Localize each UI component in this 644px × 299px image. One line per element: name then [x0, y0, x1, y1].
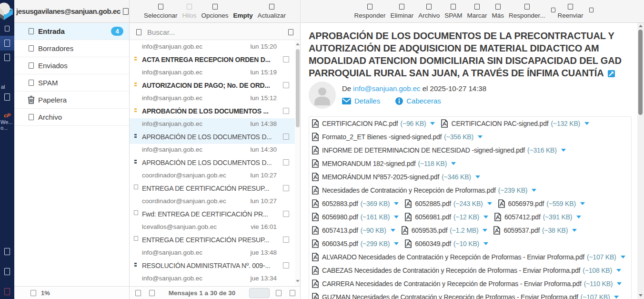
search-options-icon[interactable]	[288, 29, 293, 35]
attachment-item[interactable]: CARRERA Necesidades de Contratación y Re…	[312, 279, 622, 288]
roundcube-logo-icon[interactable]	[0, 1, 14, 20]
attachment-dropdown-icon[interactable]	[475, 175, 480, 178]
folder-item[interactable]: SPAM	[14, 74, 129, 92]
page-jump-input[interactable]	[249, 288, 270, 298]
headers-link[interactable]: Cabeceras	[395, 97, 441, 105]
attachment-dropdown-icon[interactable]	[483, 229, 487, 232]
attachment-item[interactable]: 6056980.pdf(~161 KB)	[312, 213, 399, 221]
taskbar-item-contacts[interactable]	[0, 54, 14, 61]
details-link[interactable]: Detalles	[342, 97, 380, 105]
attachment-dropdown-icon[interactable]	[572, 229, 577, 232]
account-menu[interactable]: jesusgavilanes@sanjuan.gob.ec	[14, 0, 129, 23]
list-scrollbar[interactable]	[295, 40, 300, 286]
attachment-item[interactable]: INFORME DE DETERMINACION DE NECESIDAD -s…	[312, 146, 566, 155]
mail-toolbar-button[interactable]: Eliminar	[390, 0, 413, 20]
list-toolbar-button[interactable]: Hilos	[182, 0, 196, 20]
attachment-dropdown-icon[interactable]	[621, 256, 625, 258]
taskbar-item-compose[interactable]	[0, 26, 14, 31]
message-row[interactable]: info@sanjuan.gob.ec jue 13:48 RESOLUCIÓN…	[130, 247, 295, 273]
message-row[interactable]: info@sanjuan.gob.ec jue 13:34	[130, 273, 295, 286]
toolbar-dropdown-icon[interactable]	[589, 8, 594, 12]
mail-scrollbar[interactable]	[637, 23, 644, 299]
message-checkbox[interactable]	[283, 134, 289, 140]
last-page-icon[interactable]	[290, 290, 295, 296]
taskbar-item-help[interactable]	[0, 248, 14, 255]
message-checkbox[interactable]	[283, 185, 289, 191]
attachment-item[interactable]: 6057412.pdf(~391 KB)	[494, 213, 581, 221]
list-toolbar-button[interactable]: Actualizar	[258, 0, 286, 20]
message-checkbox[interactable]	[283, 211, 289, 217]
attachment-dropdown-icon[interactable]	[616, 269, 621, 272]
scroll-down-arrow[interactable]	[296, 280, 300, 282]
attachment-dropdown-icon[interactable]	[451, 162, 456, 165]
attachment-dropdown-icon[interactable]	[532, 189, 536, 192]
folder-item[interactable]: Enviados	[14, 57, 129, 74]
mail-toolbar-button[interactable]: Reenviar	[558, 0, 584, 20]
list-toolbar-button[interactable]: Seleccionar	[144, 0, 178, 20]
message-checkbox[interactable]	[283, 159, 289, 165]
folder-item[interactable]: Entrada 4	[14, 23, 129, 40]
list-scrollbar-thumb[interactable]	[296, 49, 300, 127]
attachment-item[interactable]: 6060349.pdf(~10 KB)	[405, 239, 488, 248]
message-row[interactable]: info@sanjuan.gob.ec lun 14:38 APROBACIÓN…	[130, 118, 295, 144]
message-row[interactable]: lcevallos@sanjuan.gob.ec vie 16:01 ENTRE…	[130, 221, 295, 247]
message-row[interactable]: info@sanjuan.gob.ec lun 15:12 APROBACIÓN…	[130, 93, 295, 118]
first-page-icon[interactable]	[135, 290, 141, 296]
mail-toolbar-button[interactable]: Responder...	[509, 0, 545, 20]
attachment-item[interactable]: 6056981.pdf(~12 KB)	[405, 213, 488, 221]
message-row[interactable]: info@sanjuan.gob.ec lun 15:20 ACTA ENTRE…	[130, 41, 295, 67]
message-checkbox[interactable]	[283, 56, 289, 62]
folder-item[interactable]: Papelera	[14, 92, 129, 109]
message-row[interactable]: info@sanjuan.gob.ec lun 14:30 APROBACIÓN…	[130, 144, 295, 170]
attachment-item[interactable]: CABEZAS Necesidades de Contratación y Re…	[312, 266, 621, 275]
next-page-icon[interactable]	[276, 290, 282, 296]
attachment-item[interactable]: CERTIFICACION PAC.pdf(~96 KB)	[312, 119, 435, 128]
message-checkbox[interactable]	[283, 108, 289, 114]
attachment-dropdown-icon[interactable]	[561, 149, 566, 152]
attachment-dropdown-icon[interactable]	[584, 122, 589, 125]
attachment-item[interactable]: MEMORÁNDUM Nº857-2025-signed.pdf(~346 KB…	[312, 173, 480, 181]
mail-toolbar-button[interactable]: Archivo	[418, 0, 440, 20]
taskbar-item-mail[interactable]	[0, 36, 14, 51]
taskbar-item-logout[interactable]	[0, 288, 14, 295]
folder-item[interactable]: Borradores	[14, 40, 129, 57]
message-checkbox[interactable]	[283, 82, 289, 88]
attachment-item[interactable]: 6056979.pdf(~559 KB)	[498, 199, 585, 208]
message-checkbox[interactable]	[283, 262, 289, 268]
mail-toolbar-button[interactable]: Marcar	[467, 0, 487, 20]
toolbar-dropdown-icon[interactable]	[551, 8, 555, 12]
mail-toolbar-button[interactable]: Más	[492, 0, 504, 20]
attachment-dropdown-icon[interactable]	[580, 202, 585, 205]
message-row[interactable]: coordinador@sanjuan.gob.ec lun 10:27 Fwd…	[130, 196, 295, 221]
attachment-dropdown-icon[interactable]	[394, 216, 399, 218]
attachment-dropdown-icon[interactable]	[614, 296, 619, 299]
taskbar-item-about[interactable]	[0, 268, 14, 275]
attachment-dropdown-icon[interactable]	[483, 242, 488, 245]
taskbar-item-settings[interactable]	[0, 93, 14, 101]
attachment-dropdown-icon[interactable]	[617, 282, 622, 285]
attachment-item[interactable]: 6059535.pdf(~1.2 MB)	[402, 226, 488, 235]
attachment-dropdown-icon[interactable]	[391, 229, 395, 232]
attachment-dropdown-icon[interactable]	[576, 216, 581, 218]
mail-toolbar-button[interactable]: SPAM	[444, 0, 462, 20]
scroll-up-arrow[interactable]	[639, 25, 643, 27]
scroll-up-arrow[interactable]	[296, 43, 300, 45]
message-row[interactable]: info@sanjuan.gob.ec lun 15:19 AUTORIZACI…	[130, 67, 295, 93]
attachment-item[interactable]: ALVARADO Necesidades de Contratación y R…	[312, 253, 625, 261]
attachment-item[interactable]: MEMORANDUM 182-signed.pdf(~118 KB)	[312, 159, 456, 168]
attachment-item[interactable]: 6057413.pdf(~90 KB)	[312, 226, 395, 235]
attachment-dropdown-icon[interactable]	[394, 202, 399, 205]
attachment-dropdown-icon[interactable]	[487, 202, 492, 205]
cpanel-logo[interactable]: cP	[0, 113, 14, 118]
list-toolbar-button[interactable]: Opciones	[201, 0, 228, 20]
sender-email-link[interactable]: info@sanjuan.gob.ec	[353, 84, 420, 93]
attachment-dropdown-icon[interactable]	[430, 122, 435, 125]
attachment-item[interactable]: GUZMAN Necesidades de Contratación y Rec…	[312, 293, 619, 299]
attachment-item[interactable]: 6052883.pdf(~369 KB)	[312, 199, 399, 208]
attachment-dropdown-icon[interactable]	[394, 242, 399, 245]
open-in-new-window-icon[interactable]	[608, 68, 615, 80]
attachment-dropdown-icon[interactable]	[483, 216, 488, 218]
mail-scrollbar-thumb[interactable]	[638, 30, 643, 115]
attachment-item[interactable]: Necesidades de Contratación y Recepción …	[312, 186, 536, 195]
scroll-down-arrow[interactable]	[639, 294, 643, 297]
